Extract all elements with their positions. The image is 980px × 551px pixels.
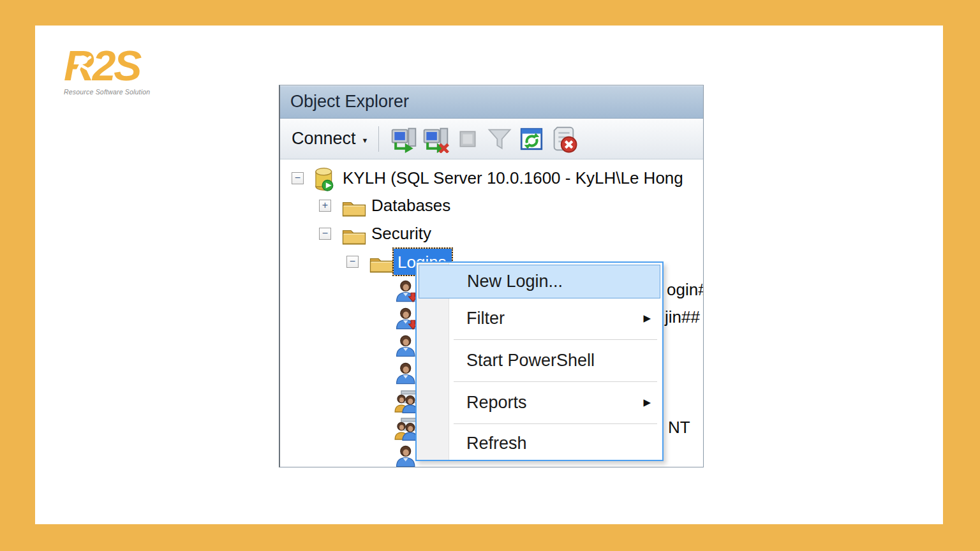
- folder-icon: [369, 254, 394, 273]
- sql-server-icon: [313, 168, 336, 191]
- menu-separator: [454, 339, 657, 340]
- folder-icon: [342, 198, 366, 217]
- toolbar-separator: [378, 126, 379, 152]
- menu-item-refresh[interactable]: Refresh: [417, 427, 662, 460]
- object-explorer-toolbar: Connect ▼: [280, 119, 703, 159]
- filter-icon: [486, 125, 514, 153]
- context-menu: New Login... Filter ▶ Start PowerShell R…: [415, 261, 664, 461]
- filter-button[interactable]: [484, 122, 516, 156]
- menu-item-label: Filter: [466, 309, 505, 328]
- databases-node-label: Databases: [371, 192, 450, 219]
- security-node-label: Security: [371, 220, 431, 247]
- r2s-logo: R2S Resource Software Solution: [64, 45, 179, 96]
- stop-icon: [455, 126, 480, 152]
- menu-separator: [454, 423, 657, 424]
- script-error-icon: [549, 124, 578, 154]
- login-disabled-icon: [395, 279, 418, 302]
- panel-title: Object Explorer: [290, 92, 409, 112]
- expander-minus-icon[interactable]: −: [292, 172, 304, 184]
- connect-object-explorer-button[interactable]: [388, 122, 420, 156]
- connect-button-label: Connect: [292, 129, 356, 149]
- chevron-down-icon: ▼: [362, 134, 369, 144]
- tree-row-security[interactable]: − Security: [280, 220, 703, 247]
- login-disabled-icon: [395, 307, 418, 330]
- disconnect-button[interactable]: [420, 122, 452, 156]
- menu-item-start-powershell[interactable]: Start PowerShell: [417, 342, 662, 378]
- slide-page: R2S Resource Software Solution Object Ex…: [0, 0, 980, 551]
- tree-row-databases[interactable]: + Databases: [280, 192, 703, 219]
- connect-icon: [390, 125, 418, 153]
- slide-surface: R2S Resource Software Solution Object Ex…: [35, 26, 943, 524]
- tree-row-server[interactable]: − KYLH (SQL Server 10.0.1600 - KyLH\Le H…: [280, 165, 703, 192]
- menu-item-label: New Login...: [467, 272, 563, 291]
- logo-caption: Resource Software Solution: [64, 88, 179, 96]
- login-user-icon: [395, 334, 418, 357]
- submenu-arrow-icon: ▶: [643, 312, 651, 324]
- server-node-label: KYLH (SQL Server 10.0.1600 - KyLH\Le Hon…: [343, 165, 683, 192]
- menu-item-filter[interactable]: Filter ▶: [417, 300, 662, 336]
- logo-person-icon: [70, 54, 92, 87]
- disable-script-button[interactable]: [547, 122, 579, 156]
- submenu-arrow-icon: ▶: [643, 397, 651, 408]
- menu-separator: [454, 381, 657, 382]
- stop-button[interactable]: [452, 122, 484, 156]
- expander-minus-icon[interactable]: −: [319, 228, 331, 240]
- expander-minus-icon[interactable]: −: [346, 256, 359, 268]
- login-label-fragment: jin##: [665, 304, 700, 331]
- login-user-icon: [395, 362, 418, 385]
- refresh-button[interactable]: [516, 122, 547, 156]
- connect-button[interactable]: Connect ▼: [280, 129, 368, 149]
- object-explorer-titlebar: Object Explorer: [280, 85, 703, 119]
- menu-item-label: Start PowerShell: [466, 351, 595, 371]
- menu-item-new-login[interactable]: New Login...: [419, 265, 660, 298]
- expander-plus-icon[interactable]: +: [319, 200, 331, 212]
- refresh-icon: [518, 126, 545, 152]
- menu-item-label: Refresh: [466, 434, 527, 453]
- menu-item-reports[interactable]: Reports ▶: [417, 385, 662, 420]
- disconnect-icon: [422, 125, 450, 153]
- login-user-icon: [395, 444, 418, 467]
- folder-icon: [342, 226, 366, 245]
- menu-item-label: Reports: [466, 393, 527, 413]
- login-label-fragment: NT: [668, 414, 690, 441]
- login-label-fragment: ogin##: [667, 276, 703, 304]
